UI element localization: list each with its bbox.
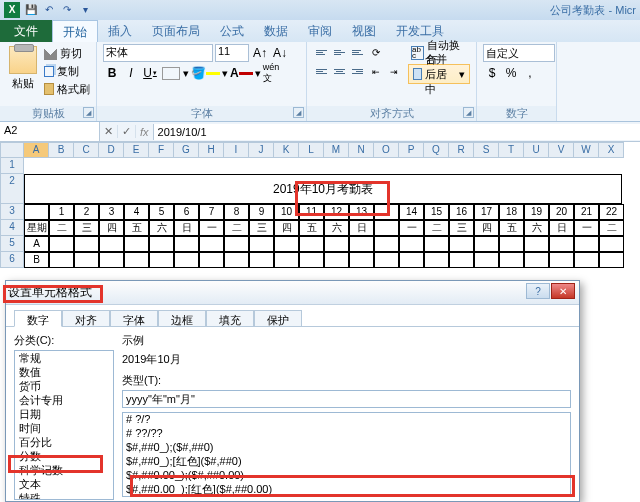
cell[interactable] bbox=[249, 158, 274, 174]
copy-button[interactable]: 复制 bbox=[44, 62, 90, 80]
cell[interactable] bbox=[274, 158, 299, 174]
shrink-font-icon[interactable]: A↓ bbox=[271, 44, 289, 62]
font-name-select[interactable]: 宋体 bbox=[103, 44, 213, 62]
grid[interactable]: 122019年10月考勤表312345678910111213141516171… bbox=[0, 158, 640, 268]
col-header[interactable]: V bbox=[549, 142, 574, 158]
cell[interactable] bbox=[574, 158, 599, 174]
cell[interactable] bbox=[99, 158, 124, 174]
cell[interactable] bbox=[249, 252, 274, 268]
cell[interactable]: 20 bbox=[549, 204, 574, 220]
cell[interactable]: 4 bbox=[124, 204, 149, 220]
cell[interactable]: 17 bbox=[474, 204, 499, 220]
cell[interactable] bbox=[124, 158, 149, 174]
col-header[interactable]: R bbox=[449, 142, 474, 158]
cell[interactable] bbox=[174, 252, 199, 268]
cell[interactable] bbox=[49, 252, 74, 268]
cell[interactable] bbox=[74, 252, 99, 268]
col-header[interactable]: U bbox=[524, 142, 549, 158]
list-item[interactable]: 常规 bbox=[15, 351, 113, 365]
cell[interactable] bbox=[574, 252, 599, 268]
cell[interactable] bbox=[424, 236, 449, 252]
col-header[interactable]: W bbox=[574, 142, 599, 158]
underline-button[interactable]: U▾ bbox=[141, 64, 159, 82]
cell[interactable]: 9 bbox=[249, 204, 274, 220]
orientation-icon[interactable]: ⟳ bbox=[367, 44, 384, 61]
col-header[interactable]: L bbox=[299, 142, 324, 158]
cell[interactable] bbox=[449, 158, 474, 174]
cell[interactable]: 一 bbox=[574, 220, 599, 236]
cell[interactable]: 8 bbox=[224, 204, 249, 220]
col-header[interactable]: E bbox=[124, 142, 149, 158]
bold-button[interactable]: B bbox=[103, 64, 121, 82]
cell[interactable] bbox=[474, 236, 499, 252]
cell[interactable]: 12 bbox=[324, 204, 349, 220]
dialog-titlebar[interactable]: 设置单元格格式 ? ✕ bbox=[6, 281, 579, 305]
cell[interactable] bbox=[199, 252, 224, 268]
cell[interactable]: 三 bbox=[249, 220, 274, 236]
col-header[interactable]: S bbox=[474, 142, 499, 158]
cell[interactable] bbox=[524, 236, 549, 252]
list-item[interactable]: $#,##0.00_);($#,##0.00) bbox=[123, 469, 570, 483]
cell[interactable] bbox=[524, 158, 549, 174]
cell[interactable] bbox=[124, 252, 149, 268]
cell[interactable] bbox=[474, 252, 499, 268]
cell[interactable]: 11 bbox=[299, 204, 324, 220]
cell[interactable]: 三 bbox=[74, 220, 99, 236]
font-color-button[interactable]: A bbox=[229, 64, 254, 82]
tab-review[interactable]: 审阅 bbox=[298, 20, 342, 42]
type-list[interactable]: # ?/?# ??/??$#,##0_);($#,##0)$#,##0_);[红… bbox=[122, 412, 571, 497]
name-box[interactable]: A2 bbox=[0, 122, 100, 141]
qat-more-icon[interactable]: ▾ bbox=[78, 3, 92, 17]
col-header[interactable]: K bbox=[274, 142, 299, 158]
cell[interactable]: 五 bbox=[124, 220, 149, 236]
tab-home[interactable]: 开始 bbox=[52, 20, 98, 42]
cell[interactable]: 15 bbox=[424, 204, 449, 220]
cell[interactable] bbox=[374, 204, 399, 220]
cell[interactable] bbox=[199, 158, 224, 174]
cell[interactable]: 14 bbox=[399, 204, 424, 220]
list-item[interactable]: 科学记数 bbox=[15, 463, 113, 477]
cell[interactable]: A bbox=[24, 236, 49, 252]
col-header[interactable]: I bbox=[224, 142, 249, 158]
list-item[interactable]: $#,##0_);($#,##0) bbox=[123, 441, 570, 455]
cell[interactable] bbox=[399, 252, 424, 268]
percent-icon[interactable]: % bbox=[502, 64, 520, 82]
cell[interactable] bbox=[374, 252, 399, 268]
cell[interactable] bbox=[224, 252, 249, 268]
dlg-tab-protect[interactable]: 保护 bbox=[254, 310, 302, 327]
cut-button[interactable]: 剪切 bbox=[44, 44, 90, 62]
cell[interactable]: 7 bbox=[199, 204, 224, 220]
align-center-icon[interactable] bbox=[331, 63, 348, 80]
cell[interactable] bbox=[124, 236, 149, 252]
cell[interactable] bbox=[599, 252, 624, 268]
cell[interactable] bbox=[74, 158, 99, 174]
cell[interactable] bbox=[174, 236, 199, 252]
cell[interactable]: 19 bbox=[524, 204, 549, 220]
redo-icon[interactable]: ↷ bbox=[60, 3, 74, 17]
cell[interactable]: 1 bbox=[49, 204, 74, 220]
cell[interactable] bbox=[199, 236, 224, 252]
cell[interactable]: 18 bbox=[499, 204, 524, 220]
cell[interactable] bbox=[449, 252, 474, 268]
list-item[interactable]: $#,##0.00_);[红色]($#,##0.00) bbox=[123, 483, 570, 497]
cell[interactable] bbox=[424, 252, 449, 268]
list-item[interactable]: 数值 bbox=[15, 365, 113, 379]
cell[interactable] bbox=[299, 236, 324, 252]
cell[interactable] bbox=[499, 236, 524, 252]
cell[interactable] bbox=[599, 158, 624, 174]
list-item[interactable]: 日期 bbox=[15, 407, 113, 421]
col-header[interactable]: B bbox=[49, 142, 74, 158]
indent-inc-icon[interactable]: ⇥ bbox=[385, 63, 402, 80]
font-size-select[interactable]: 11 bbox=[215, 44, 249, 62]
cancel-icon[interactable]: ✕ bbox=[100, 125, 118, 138]
cell[interactable]: 一 bbox=[399, 220, 424, 236]
comma-icon[interactable]: , bbox=[521, 64, 539, 82]
cell[interactable] bbox=[324, 158, 349, 174]
cell[interactable]: 16 bbox=[449, 204, 474, 220]
cell[interactable] bbox=[374, 158, 399, 174]
cell[interactable]: 四 bbox=[274, 220, 299, 236]
cell[interactable] bbox=[474, 158, 499, 174]
cell[interactable] bbox=[349, 158, 374, 174]
cell[interactable]: 四 bbox=[474, 220, 499, 236]
list-item[interactable]: 会计专用 bbox=[15, 393, 113, 407]
